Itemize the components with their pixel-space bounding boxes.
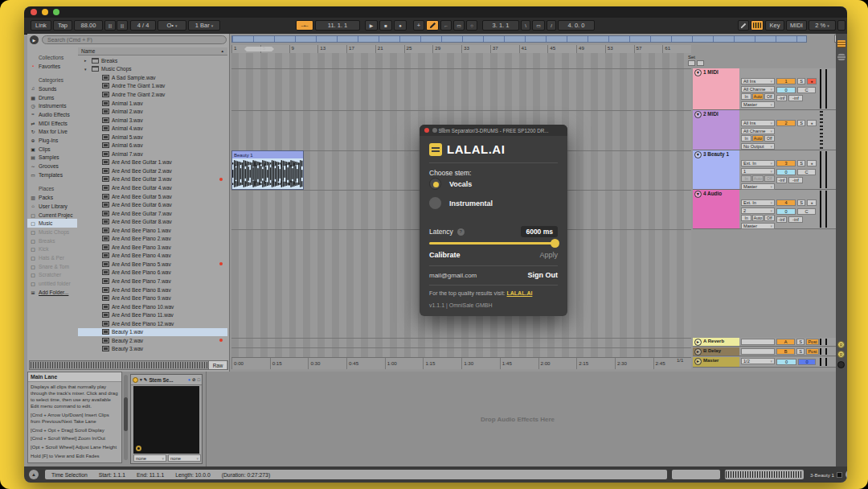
file-row[interactable]: Are And Bee Guitar 7.wav [78, 209, 227, 218]
fold-track-icon[interactable]: ▾ [694, 191, 702, 198]
return-a-show-button[interactable]: R [837, 341, 845, 348]
hot-swap-icon[interactable]: ● [188, 377, 190, 382]
pan-center-indicator[interactable]: C [797, 169, 816, 175]
set-label[interactable]: Set [688, 55, 709, 60]
track-header-2-midi[interactable]: ▾2 MIDI All Ins▾ All Channe▾ In Auto Off… [693, 110, 836, 150]
input-type-menu[interactable]: Ext. In▾ [741, 199, 775, 206]
track-activator[interactable]: 3 [776, 160, 796, 166]
monitor-in-button[interactable]: In [741, 215, 751, 221]
input-channel-menu[interactable]: All Channe▾ [741, 128, 775, 134]
minimize-window-button[interactable] [42, 9, 48, 15]
monitor-auto-button[interactable]: Auto [752, 175, 763, 182]
input-channel-menu[interactable]: 1▾ [741, 168, 775, 175]
file-row[interactable]: Are And Bee Guitar 3.wav [78, 175, 227, 184]
expand-triangle-icon[interactable]: ▸ [84, 58, 89, 63]
scrollbar-thumb[interactable] [124, 397, 128, 431]
arm-record-button[interactable]: ● [807, 120, 817, 126]
device-activator-led[interactable] [133, 377, 138, 383]
file-row[interactable]: Animal 7.wav [78, 150, 227, 158]
status-waveform-overview[interactable] [725, 470, 804, 479]
loop-capture-button[interactable]: ○ [466, 20, 477, 31]
output-menu[interactable]: Master▾ [741, 101, 775, 108]
input-channel-menu[interactable]: 2▾ [741, 208, 775, 214]
volume-field[interactable]: -inf [776, 216, 787, 223]
nudge-up-icon[interactable]: ||| [117, 20, 128, 31]
plugin-titlebar[interactable]: Stem Separator/3-DRUMS - FREE SP1200 DR.… [420, 125, 567, 136]
master-track[interactable]: ▸Master 1/2▾ 0 0 [693, 357, 836, 368]
input-channel-menu[interactable]: All Channe▾ [741, 86, 775, 92]
master-knob[interactable] [837, 361, 845, 368]
record-button[interactable]: ● [394, 20, 407, 31]
stem-separator-device[interactable]: ▾ ✎ Stem Se... ● ⊘ □ none▾ none▾ [130, 374, 203, 464]
solo-button[interactable]: S [797, 160, 805, 166]
punch-out-button[interactable]: / [547, 20, 556, 31]
sign-out-button[interactable]: Sign Out [528, 271, 559, 279]
track-activator[interactable]: 2 [776, 120, 796, 126]
plugin-display[interactable] [133, 386, 199, 454]
clip-waveform[interactable] [232, 158, 303, 189]
pan-knob[interactable]: 0 [776, 87, 796, 93]
monitor-auto-button[interactable]: Auto [752, 215, 763, 221]
monitor-off-button[interactable]: Off [764, 215, 775, 221]
expand-triangle-icon[interactable]: ▾ [84, 67, 89, 72]
loop-start-field[interactable]: 3. 1. 1 [482, 20, 519, 31]
nudge-down-icon[interactable]: ||| [104, 20, 116, 31]
file-row[interactable]: Are And Bee Piano 2.wav [78, 234, 227, 243]
file-row[interactable]: Beauty 2.wav [78, 336, 227, 345]
sidebar-item[interactable]: Categories [27, 76, 77, 84]
file-row[interactable]: Are And Bee Guitar 2.wav [78, 166, 227, 175]
file-row[interactable]: Are And Bee Piano 10.wav [78, 302, 227, 311]
file-row[interactable]: Beauty 3.wav [78, 345, 227, 353]
clip-title-bar[interactable]: Beauty 1 [232, 151, 303, 158]
file-row[interactable]: Are And Bee Piano 5.wav [78, 260, 227, 269]
sidebar-item[interactable]: ▢ untitled folder [27, 279, 77, 288]
file-row[interactable]: Are And Bee Piano 4.wav [78, 252, 227, 261]
file-row[interactable]: Animal 4.wav [78, 124, 227, 133]
tap-tempo-button[interactable]: Tap [53, 20, 72, 31]
sidebar-item[interactable]: ⊕ Plug-Ins [27, 136, 77, 145]
midi-map-button[interactable]: MIDI [786, 20, 807, 31]
track-name[interactable]: 2 MIDI [703, 111, 719, 117]
loop-length-field[interactable]: 4. 0. 0 [558, 20, 595, 31]
file-row[interactable]: ▸ Breaks [78, 56, 227, 65]
track-activator[interactable]: B [776, 348, 795, 355]
track-name[interactable]: B Delay [703, 348, 721, 353]
sidebar-item[interactable]: ▢ Music Chops [27, 228, 77, 236]
sidebar-item[interactable]: Collections [27, 53, 77, 62]
sidebar-item[interactable]: ▪ Favorites [27, 62, 77, 71]
monitor-off-button[interactable]: Off [764, 175, 775, 182]
midi-arrangement-overdub-button[interactable]: ← [440, 20, 452, 31]
file-row[interactable]: Are And Bee Guitar 4.wav [78, 183, 227, 192]
pan-center-indicator[interactable]: C [797, 208, 816, 215]
return-input-menu[interactable] [741, 339, 775, 345]
monitor-in-button[interactable]: In [741, 135, 751, 142]
fold-track-icon[interactable]: ▸ [694, 348, 702, 355]
file-row[interactable]: Are And Bee Guitar 5.wav [78, 192, 227, 201]
time-ruler[interactable]: 0:000:150:300:451:001:151:301:452:002:15… [231, 357, 691, 369]
latency-value[interactable]: 6000 ms [521, 226, 558, 237]
output-menu[interactable]: Master▾ [741, 183, 775, 190]
radio-unselected-icon[interactable] [429, 197, 441, 209]
master-pan-knob[interactable]: 0 [776, 359, 796, 365]
fold-track-icon[interactable]: ▾ [694, 151, 702, 158]
help-icon[interactable]: ? [457, 228, 465, 236]
output-menu[interactable]: Master▾ [741, 223, 775, 229]
sidebar-item[interactable]: ▢ Snare & Tom [27, 262, 77, 271]
pan-knob[interactable]: 0 [776, 169, 796, 175]
loop-marker-button[interactable] [688, 60, 695, 66]
device-title-bar[interactable]: ▾ ✎ Stem Se... ● ⊘ □ [131, 375, 202, 385]
sidebar-item[interactable]: ◷ Instruments [27, 101, 77, 110]
notification-icon[interactable]: ▲ [29, 470, 39, 479]
computer-midi-keyboard-button[interactable] [751, 20, 764, 31]
file-row[interactable]: Animal 6.wav [78, 141, 227, 150]
solo-button[interactable]: S [797, 78, 805, 84]
file-row[interactable]: Animal 3.wav [78, 116, 227, 125]
draw-mode-toggle[interactable] [738, 20, 749, 31]
slider-knob[interactable] [551, 239, 559, 248]
monitor-in-button[interactable]: In [741, 93, 751, 100]
overload-indicator[interactable]: ▲ [845, 470, 847, 479]
sidebar-item[interactable]: ▤ Samples [27, 154, 77, 162]
volume-field[interactable]: -inf [776, 177, 787, 183]
file-row[interactable]: Are And Bee Piano 9.wav [78, 294, 227, 302]
input-type-menu[interactable]: Ext. In▾ [741, 160, 775, 166]
